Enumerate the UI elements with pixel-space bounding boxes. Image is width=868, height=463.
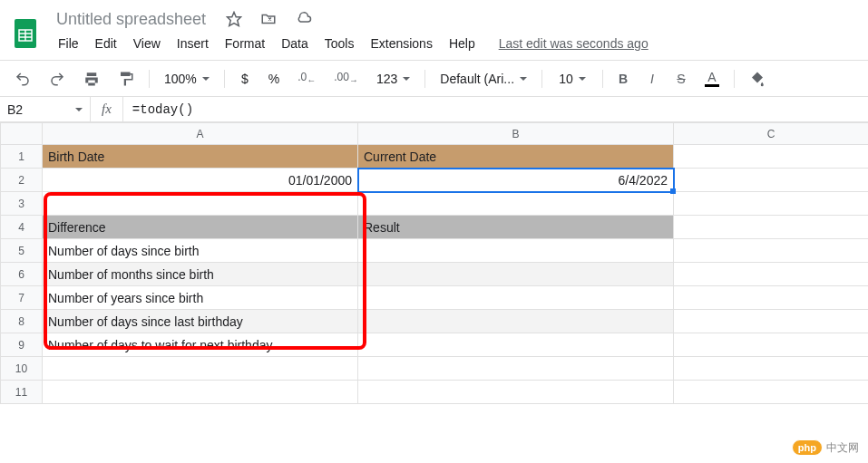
cell-A11[interactable]: [43, 381, 358, 404]
strikethrough-button[interactable]: S: [668, 66, 694, 92]
zoom-dropdown[interactable]: 100%: [157, 66, 217, 92]
fx-icon: fx: [91, 97, 123, 121]
cell-B8[interactable]: [358, 310, 674, 333]
cell-A2[interactable]: 01/01/2000: [43, 169, 358, 192]
paint-format-button[interactable]: [111, 65, 141, 92]
menu-view[interactable]: View: [126, 33, 168, 54]
menu-format[interactable]: Format: [218, 33, 272, 54]
row-header-9[interactable]: 9: [1, 333, 43, 357]
print-button[interactable]: [76, 65, 107, 92]
menu-insert[interactable]: Insert: [170, 33, 216, 54]
cell-C10[interactable]: [674, 357, 869, 381]
col-header-C[interactable]: C: [674, 123, 869, 145]
watermark-text: 中文网: [826, 440, 859, 456]
formula-bar: B2 fx =today(): [0, 97, 868, 122]
cell-A5[interactable]: Number of days since birth: [43, 239, 358, 263]
select-all-corner[interactable]: [1, 123, 43, 145]
cell-C5[interactable]: [674, 239, 869, 263]
move-icon[interactable]: [257, 7, 280, 31]
cell-C7[interactable]: [674, 286, 869, 310]
cell-C6[interactable]: [674, 263, 869, 286]
col-header-B[interactable]: B: [358, 123, 674, 145]
decrease-decimal-button[interactable]: .0←: [290, 65, 323, 91]
doc-title[interactable]: Untitled spreadsheet: [51, 8, 211, 31]
cell-C11[interactable]: [674, 381, 869, 404]
currency-button[interactable]: $: [232, 66, 258, 92]
formula-input[interactable]: =today(): [123, 102, 868, 117]
sheets-logo[interactable]: [7, 15, 44, 52]
cell-B6[interactable]: [358, 263, 674, 286]
cell-A7[interactable]: Number of years since birth: [43, 286, 358, 310]
name-box[interactable]: B2: [0, 97, 91, 121]
row-header-6[interactable]: 6: [1, 263, 43, 286]
row-header-8[interactable]: 8: [1, 310, 43, 333]
undo-button[interactable]: [7, 65, 38, 92]
col-header-A[interactable]: A: [43, 123, 358, 145]
watermark: php 中文网: [792, 439, 859, 456]
cell-B7[interactable]: [358, 286, 674, 310]
cloud-icon[interactable]: [291, 7, 317, 31]
cell-B2[interactable]: 6/4/2022: [358, 169, 674, 192]
cell-C3[interactable]: [674, 192, 869, 216]
cell-A9[interactable]: Number of days to wait for next birthday: [43, 333, 358, 357]
more-formats-dropdown[interactable]: 123: [369, 66, 417, 92]
row-header-4[interactable]: 4: [1, 216, 43, 239]
cell-C4[interactable]: [674, 216, 869, 239]
row-header-7[interactable]: 7: [1, 286, 43, 310]
last-edit-link[interactable]: Last edit was seconds ago: [499, 36, 649, 51]
menu-tools[interactable]: Tools: [317, 33, 362, 54]
cell-C2[interactable]: [674, 169, 869, 192]
percent-button[interactable]: %: [261, 66, 287, 92]
menu-file[interactable]: File: [51, 33, 86, 54]
row-header-2[interactable]: 2: [1, 169, 43, 192]
row-header-11[interactable]: 11: [1, 381, 43, 404]
svg-marker-5: [228, 13, 241, 26]
menu-help[interactable]: Help: [442, 33, 483, 54]
cell-B9[interactable]: [358, 333, 674, 357]
bold-button[interactable]: B: [610, 66, 636, 92]
redo-button[interactable]: [42, 65, 73, 92]
cell-B10[interactable]: [358, 357, 674, 381]
cell-B4[interactable]: Result: [358, 216, 674, 239]
font-size-dropdown[interactable]: 10: [550, 66, 595, 92]
cell-A4[interactable]: Difference: [43, 216, 358, 239]
cell-A3[interactable]: [43, 192, 358, 216]
watermark-badge: php: [792, 439, 823, 456]
spreadsheet-grid: A B C 1 Birth Date Current Date 2 01/01/…: [0, 122, 868, 404]
menu-extensions[interactable]: Extensions: [363, 33, 439, 54]
increase-decimal-button[interactable]: .00→: [327, 65, 366, 91]
fill-color-button[interactable]: [742, 65, 773, 92]
cell-B11[interactable]: [358, 381, 674, 404]
font-dropdown[interactable]: Default (Ari...: [433, 66, 534, 92]
cell-A8[interactable]: Number of days since last birthday: [43, 310, 358, 333]
cell-C1[interactable]: [674, 145, 869, 169]
cell-B1[interactable]: Current Date: [358, 145, 674, 169]
menubar: File Edit View Insert Format Data Tools …: [51, 31, 649, 60]
selection-handle[interactable]: [670, 188, 676, 194]
cell-A1[interactable]: Birth Date: [43, 145, 358, 169]
italic-button[interactable]: I: [639, 66, 665, 92]
menu-data[interactable]: Data: [274, 33, 316, 54]
text-color-button[interactable]: A: [697, 65, 727, 92]
row-header-3[interactable]: 3: [1, 192, 43, 216]
cell-B3[interactable]: [358, 192, 674, 216]
cell-C8[interactable]: [674, 310, 869, 333]
toolbar: 100% $ % .0← .00→ 123 Default (Ari... 10…: [0, 61, 868, 97]
menu-edit[interactable]: Edit: [88, 33, 124, 54]
row-header-1[interactable]: 1: [1, 145, 43, 169]
row-header-10[interactable]: 10: [1, 357, 43, 381]
row-header-5[interactable]: 5: [1, 239, 43, 263]
cell-C9[interactable]: [674, 333, 869, 357]
cell-A10[interactable]: [43, 357, 358, 381]
cell-B5[interactable]: [358, 239, 674, 263]
star-icon[interactable]: [222, 7, 246, 31]
cell-A6[interactable]: Number of months since birth: [43, 263, 358, 286]
